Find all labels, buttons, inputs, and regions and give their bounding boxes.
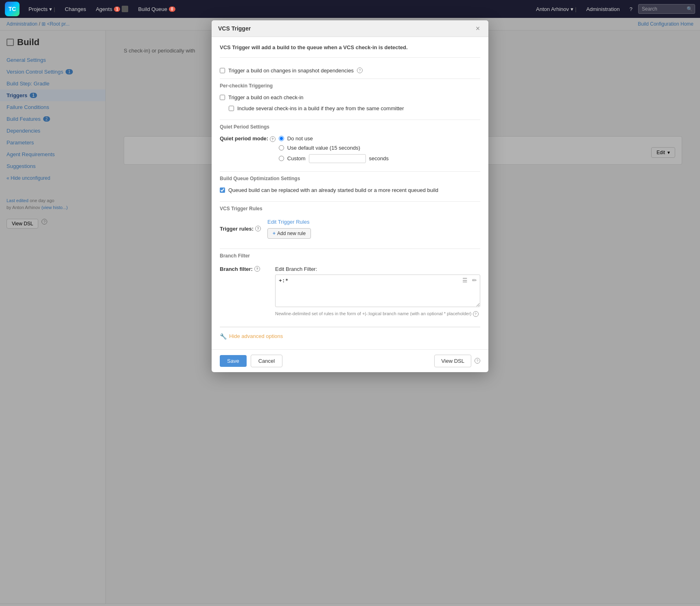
quiet-period-title: Quiet Period Settings <box>220 120 480 133</box>
app-logo: TC <box>5 2 20 16</box>
trigger-each-checkbox[interactable] <box>220 95 225 100</box>
trigger-each-text: Trigger a build on each check-in <box>228 94 304 100</box>
trigger-each-row: Trigger a build on each check-in <box>220 92 480 103</box>
textarea-edit-icon[interactable]: ✏ <box>470 276 479 284</box>
radio-do-not-use[interactable]: Do not use <box>279 135 389 142</box>
nav-administration-label: Administration <box>586 6 619 12</box>
nav-user-arrow: ▾ <box>571 6 573 12</box>
include-several-label[interactable]: Include several check-ins in a build if … <box>229 105 404 111</box>
snapshot-dep-checkbox[interactable] <box>220 68 225 73</box>
textarea-actions: ☰ ✏ <box>461 276 479 284</box>
trigger-rules-section: VCS Trigger Rules Trigger rules: ? Edit … <box>220 202 480 249</box>
dialog-body: VCS Trigger will add a build to the queu… <box>212 37 488 349</box>
nav-changes-label: Changes <box>65 6 86 12</box>
quiet-period-label: Quiet period mode: ? <box>220 135 276 142</box>
radio-default-value-input[interactable] <box>279 145 284 150</box>
quiet-period-row: Quiet period mode: ? Do not use Use defa… <box>220 133 480 166</box>
hint-text: Newline-delimited set of rules in the fo… <box>275 311 472 316</box>
branch-hint-text: Newline-delimited set of rules in the fo… <box>275 311 480 317</box>
branch-filter-content: Edit Branch Filter: +:* ☰ ✏ Newline-deli… <box>275 266 480 317</box>
hide-advanced-toggle[interactable]: 🔧 Hide advanced options <box>220 333 480 340</box>
snapshot-help-icon[interactable]: ? <box>357 68 363 73</box>
textarea-list-icon[interactable]: ☰ <box>461 276 469 284</box>
dialog-title: VCS Trigger <box>218 25 251 32</box>
radio-default-value[interactable]: Use default value (15 seconds) <box>279 145 389 151</box>
snapshot-dep-row: Trigger a build on changes in snapshot d… <box>220 64 480 79</box>
add-new-rule-button[interactable]: + Add new rule <box>267 228 311 239</box>
nav-agents[interactable]: Agents 1 <box>92 3 132 15</box>
dialog-view-dsl-button[interactable]: View DSL <box>434 355 471 367</box>
nav-projects[interactable]: Projects ▾ | <box>24 4 59 15</box>
plus-icon: + <box>273 231 276 236</box>
build-queue-badge: 0 <box>169 7 175 12</box>
snapshot-dep-label[interactable]: Trigger a build on changes in snapshot d… <box>220 68 363 74</box>
queued-build-checkbox[interactable] <box>220 187 225 193</box>
branch-filter-help-icon[interactable]: ? <box>254 266 260 272</box>
nav-user-separator: | <box>575 6 576 12</box>
trigger-rules-content: Edit Trigger Rules + Add new rule <box>267 219 311 239</box>
branch-textarea-wrapper: +:* ☰ ✏ <box>275 275 480 308</box>
nav-help[interactable]: ? <box>626 4 637 15</box>
dialog-footer: Save Cancel View DSL ? <box>212 349 488 372</box>
radio-do-not-use-label: Do not use <box>287 135 313 142</box>
quiet-period-options: Do not use Use default value (15 seconds… <box>279 135 389 163</box>
queue-optimization-section: Build Queue Optimization Settings Queued… <box>220 172 480 202</box>
advanced-section: 🔧 Hide advanced options <box>220 327 480 343</box>
edit-trigger-rules-link[interactable]: Edit Trigger Rules <box>267 219 311 225</box>
vcs-trigger-dialog: VCS Trigger × VCS Trigger will add a bui… <box>212 20 488 372</box>
dialog-header: VCS Trigger × <box>212 20 488 37</box>
dialog-footer-right: View DSL ? <box>434 355 480 367</box>
search-wrapper: 🔍 <box>638 4 695 14</box>
trigger-rules-label: Trigger rules: ? <box>220 226 261 232</box>
quiet-period-label-text: Quiet period mode: <box>220 135 268 142</box>
branch-filter-section-title: Branch Filter <box>220 249 480 262</box>
trigger-each-label[interactable]: Trigger a build on each check-in <box>220 94 304 100</box>
agents-badge: 1 <box>114 7 120 12</box>
dialog-description: VCS Trigger will add a build to the queu… <box>220 44 480 58</box>
nav-user[interactable]: Anton Arhinov ▾ | <box>532 4 580 15</box>
quiet-period-help-icon[interactable]: ? <box>270 136 276 142</box>
branch-filter-textarea[interactable]: +:* <box>275 275 480 307</box>
nav-agents-label: Agents <box>96 6 112 12</box>
branch-filter-row: Branch filter: ? Edit Branch Filter: +:*… <box>220 262 480 321</box>
custom-seconds-input[interactable] <box>309 154 366 163</box>
nav-build-queue-label: Build Queue <box>138 6 167 12</box>
radio-custom-label: Custom <box>287 155 306 161</box>
desc-text: VCS Trigger will add a build to the queu… <box>220 44 408 50</box>
add-rule-label: Add new rule <box>277 231 306 236</box>
queued-build-label[interactable]: Queued build can be replaced with an alr… <box>220 187 438 193</box>
seconds-label: seconds <box>369 155 389 161</box>
nav-changes[interactable]: Changes <box>61 4 90 15</box>
trigger-rules-title: VCS Trigger Rules <box>220 202 480 215</box>
trigger-rules-help-icon[interactable]: ? <box>255 226 261 231</box>
dialog-footer-help-icon[interactable]: ? <box>475 358 480 364</box>
agents-icon <box>122 6 128 12</box>
radio-custom[interactable]: Custom seconds <box>279 154 389 163</box>
branch-filter-label: Branch filter: ? <box>220 266 269 272</box>
save-button[interactable]: Save <box>220 355 247 367</box>
quiet-period-section: Quiet Period Settings Quiet period mode:… <box>220 120 480 172</box>
search-icon: 🔍 <box>687 6 693 12</box>
include-several-row: Include several check-ins in a build if … <box>220 103 480 114</box>
include-several-text: Include several check-ins in a build if … <box>237 105 404 111</box>
top-navigation: TC Projects ▾ | Changes Agents 1 Build Q… <box>0 0 700 18</box>
per-checkin-section: Per-checkin Triggering Trigger a build o… <box>220 79 480 120</box>
cancel-button[interactable]: Cancel <box>251 355 282 367</box>
advanced-toggle-label: Hide advanced options <box>229 333 283 339</box>
nav-separator: | <box>54 6 55 12</box>
wrench-icon: 🔧 <box>220 333 227 340</box>
include-several-checkbox[interactable] <box>229 106 234 111</box>
radio-custom-input[interactable] <box>279 156 284 161</box>
nav-administration[interactable]: Administration <box>582 4 623 15</box>
per-checkin-title: Per-checkin Triggering <box>220 79 480 92</box>
branch-hint-help-icon[interactable]: ? <box>473 311 479 317</box>
radio-default-value-label: Use default value (15 seconds) <box>287 145 360 151</box>
radio-do-not-use-input[interactable] <box>279 136 284 141</box>
queued-build-text: Queued build can be replaced with an alr… <box>228 187 438 193</box>
logo-text: TC <box>9 6 16 12</box>
branch-filter-edit-label: Edit Branch Filter: <box>275 266 480 272</box>
nav-help-icon: ? <box>630 6 632 12</box>
nav-build-queue[interactable]: Build Queue 0 <box>134 4 179 15</box>
dialog-close-button[interactable]: × <box>474 24 482 33</box>
queue-optimization-title: Build Queue Optimization Settings <box>220 172 480 185</box>
